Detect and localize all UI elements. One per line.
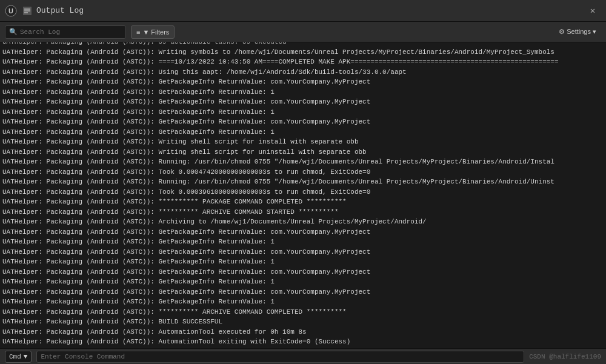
bottom-bar: Cmd ▼ CSDN @halflife1109 [0, 348, 606, 364]
log-line: UATHelper: Packaging (Android (ASTC)): *… [0, 197, 606, 207]
log-line: UATHelper: Packaging (Android (ASTC)): R… [0, 177, 606, 187]
log-line: UATHelper: Packaging (Android (ASTC)): G… [0, 127, 606, 137]
log-line: UATHelper: Packaging (Android (ASTC)): G… [0, 117, 606, 127]
log-line: UATHelper: Packaging (Android (ASTC)): U… [0, 67, 606, 78]
log-line: UATHelper: Packaging (Android (ASTC)): G… [0, 237, 606, 247]
log-line: UATHelper: Packaging (Android (ASTC)): T… [0, 167, 606, 177]
log-line: UATHelper: Packaging (Android (ASTC)): G… [0, 297, 606, 307]
log-line: UATHelper: Packaging (Android (ASTC)): *… [0, 307, 606, 317]
log-line: UATHelper: Packaging (Android (ASTC)): A… [0, 337, 606, 347]
log-line: UATHelper: Packaging (Android (ASTC)): G… [0, 277, 606, 287]
log-line: UATHelper: Packaging (Android (ASTC)): W… [0, 137, 606, 147]
console-command-input[interactable] [36, 351, 524, 363]
watermark-text: CSDN @halflife1109 [529, 353, 601, 360]
search-input[interactable] [20, 28, 122, 36]
log-line: UATHelper: Packaging (Android (ASTC)): W… [0, 47, 606, 58]
filters-label: ▼ Filters [142, 28, 169, 36]
log-line: UATHelper: Packaging (Android (ASTC)): T… [0, 187, 606, 197]
title-bar: U Output Log ✕ [0, 0, 606, 22]
toolbar: 🔍 ≡ ▼ Filters ⚙ Settings ▾ [0, 22, 606, 42]
output-log-icon [22, 5, 33, 16]
log-line: UATHelper: Packaging (Android (ASTC)): G… [0, 287, 606, 297]
close-button[interactable]: ✕ [584, 2, 601, 19]
log-line: UATHelper: Packaging (Android (ASTC)): A… [0, 327, 606, 337]
log-line: UATHelper: Packaging (Android (ASTC)): G… [0, 227, 606, 237]
settings-label: ⚙ Settings ▾ [559, 28, 596, 36]
log-line: UATHelper: Packaging (Android (ASTC)): G… [0, 97, 606, 107]
log-area[interactable]: UATHelper: Packaging (Android (ASTC)): >… [0, 42, 606, 348]
search-icon: 🔍 [9, 28, 18, 36]
log-line: UATHelper: Packaging (Android (ASTC)): R… [0, 157, 606, 167]
filter-icon: ≡ [136, 28, 140, 36]
log-line: UATHelper: Packaging (Android (ASTC)): G… [0, 87, 606, 98]
cmd-arrow-icon: ▼ [24, 353, 28, 360]
log-line: UATHelper: Packaging (Android (ASTC)): G… [0, 247, 606, 257]
cmd-dropdown[interactable]: Cmd ▼ [5, 351, 32, 363]
cmd-label: Cmd [9, 353, 21, 360]
log-line: UATHelper: Packaging (Android (ASTC)): 5… [0, 42, 606, 47]
window-title: Output Log [36, 6, 584, 15]
log-line: UATHelper: Packaging (Android (ASTC)): G… [0, 107, 606, 117]
settings-button[interactable]: ⚙ Settings ▾ [554, 25, 601, 39]
ue-logo: U [5, 5, 17, 17]
log-line: UATHelper: Packaging (Android (ASTC)): G… [0, 267, 606, 277]
svg-text:U: U [8, 7, 13, 15]
log-line: UATHelper: Packaging (Android (ASTC)): *… [0, 207, 606, 217]
log-line: UATHelper: Packaging (Android (ASTC)): G… [0, 77, 606, 87]
log-line: UATHelper: Packaging (Android (ASTC)): G… [0, 257, 606, 267]
log-line: UATHelper: Packaging (Android (ASTC)): =… [0, 57, 606, 67]
log-line: UATHelper: Packaging (Android (ASTC)): W… [0, 147, 606, 157]
filters-button[interactable]: ≡ ▼ Filters [131, 25, 175, 39]
log-line: UATHelper: Packaging (Android (ASTC)): A… [0, 217, 606, 227]
search-box[interactable]: 🔍 [5, 25, 126, 39]
log-line: UATHelper: Packaging (Android (ASTC)): B… [0, 317, 606, 327]
